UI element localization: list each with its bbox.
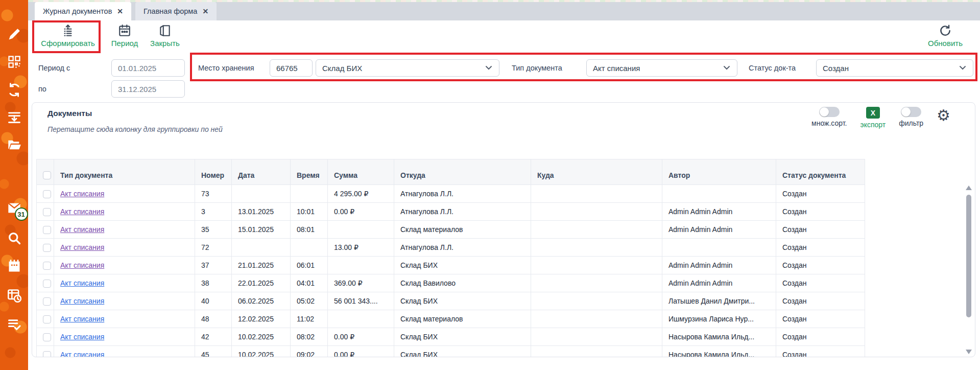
row-checkbox[interactable] — [43, 244, 51, 252]
close-view-button[interactable]: Закрыть — [148, 24, 182, 48]
table-row: Акт списания 42 10.02.2025 08:02 0.00 ₽ … — [37, 328, 865, 346]
status-value: Создан — [823, 64, 849, 73]
row-checkbox[interactable] — [43, 226, 51, 234]
scrollbar-thumb[interactable] — [966, 195, 971, 317]
calendar-icon — [118, 24, 131, 37]
row-checkbox[interactable] — [43, 280, 51, 288]
tab-bar: Журнал документов ✕ Главная форма ✕ — [28, 2, 980, 20]
multisort-toggle[interactable] — [819, 107, 840, 117]
search-icon[interactable] — [7, 230, 22, 246]
doc-link[interactable]: Акт списания — [60, 297, 104, 305]
cell-to — [531, 292, 662, 310]
export-label: экспорт — [861, 121, 886, 129]
cell-time — [291, 185, 328, 203]
period-button-label: Период — [111, 39, 138, 48]
generate-button[interactable]: Сформировать — [37, 24, 99, 48]
refresh-button-label: Обновить — [928, 39, 963, 48]
tab-main-form[interactable]: Главная форма ✕ — [135, 2, 217, 20]
cell-to — [531, 239, 662, 257]
col-date[interactable]: Дата — [232, 159, 291, 185]
cell-to — [531, 221, 662, 239]
filter-toggle[interactable] — [901, 107, 921, 117]
col-time[interactable]: Время — [291, 159, 328, 185]
calendar-icon[interactable] — [7, 259, 22, 274]
doc-link[interactable]: Акт списания — [60, 190, 104, 198]
refresh-button[interactable]: Обновить — [925, 24, 965, 48]
cell-status: Создан — [776, 203, 865, 221]
row-checkbox[interactable] — [43, 297, 51, 306]
cell-date: 12.02.2025 — [232, 310, 291, 328]
group-drop-zone[interactable]: Перетащите сюда колонку для группировки … — [47, 125, 223, 133]
cell-date: 10.02.2025 — [232, 346, 291, 358]
cell-from: Атнагулова Л.Л. — [394, 185, 531, 203]
cell-status: Создан — [776, 310, 865, 328]
doc-link[interactable]: Акт списания — [60, 333, 104, 341]
table-row: Акт списания 40 06.02.2025 05:02 56 001 … — [37, 292, 865, 310]
cell-time-selected[interactable]: 08:02 — [291, 328, 328, 346]
row-checkbox[interactable] — [43, 351, 51, 357]
cell-to — [531, 203, 662, 221]
doc-link[interactable]: Акт списания — [60, 243, 104, 251]
col-from[interactable]: Откуда — [394, 159, 531, 185]
status-dropdown[interactable]: Создан — [816, 59, 973, 77]
col-status[interactable]: Статус документа — [776, 159, 865, 185]
storage-dropdown[interactable]: Склад БИХ — [316, 59, 499, 77]
table-row: Акт списания 73 4 295.00 ₽ Атнагулова Л.… — [37, 185, 865, 203]
cell-author: Admin Admin Admin — [662, 274, 776, 292]
row-checkbox[interactable] — [43, 333, 51, 341]
close-icon[interactable]: ✕ — [202, 7, 208, 15]
row-checkbox[interactable] — [43, 315, 51, 323]
pencil-icon[interactable] — [7, 27, 22, 42]
col-author[interactable]: Автор — [662, 159, 776, 185]
scroll-up-arrow[interactable] — [966, 186, 972, 190]
cell-status: Создан — [776, 257, 865, 274]
col-number[interactable]: Номер — [195, 159, 232, 185]
gear-icon[interactable]: ⚙ — [937, 108, 950, 123]
cell-to — [531, 310, 662, 328]
status-label: Статус док-та — [749, 64, 796, 72]
col-to[interactable]: Куда — [531, 159, 662, 185]
cell-to — [531, 257, 662, 274]
period-from-input[interactable] — [111, 59, 185, 77]
cell-time: 08:01 — [291, 221, 328, 239]
vertical-scrollbar[interactable] — [965, 186, 972, 354]
checklist-icon[interactable] — [7, 317, 22, 332]
doc-link[interactable]: Акт списания — [60, 207, 104, 216]
print-list-icon[interactable] — [7, 109, 22, 125]
tab-label: Главная форма — [144, 7, 197, 15]
filter-label: фильтр — [899, 119, 923, 127]
close-icon[interactable]: ✕ — [117, 7, 123, 15]
cell-number: 42 — [195, 328, 232, 346]
doc-link[interactable]: Акт списания — [60, 315, 104, 323]
doc-link[interactable]: Акт списания — [60, 351, 104, 357]
sync-icon[interactable] — [7, 82, 22, 98]
cell-from: Склад БИХ — [394, 328, 531, 346]
doc-link[interactable]: Акт списания — [60, 225, 104, 234]
cell-number: 73 — [195, 185, 232, 203]
doc-type-dropdown[interactable]: Акт списания — [586, 59, 737, 77]
folder-open-icon[interactable] — [7, 137, 22, 152]
cell-status: Создан — [776, 274, 865, 292]
mail-icon[interactable]: 31 — [7, 200, 22, 216]
doc-link[interactable]: Акт списания — [60, 261, 104, 269]
doc-link[interactable]: Акт списания — [60, 279, 104, 287]
cell-time: 06:01 — [291, 257, 328, 274]
col-sum[interactable]: Сумма — [328, 159, 394, 185]
cell-time — [291, 239, 328, 257]
row-checkbox[interactable] — [43, 190, 51, 198]
period-button[interactable]: Период — [109, 24, 140, 48]
row-checkbox[interactable] — [43, 208, 51, 216]
period-to-input[interactable] — [111, 80, 185, 98]
cell-status: Создан — [776, 185, 865, 203]
select-all-checkbox[interactable] — [43, 171, 51, 179]
period-from-label: Период с — [38, 64, 70, 72]
col-type[interactable]: Тип документа — [54, 159, 195, 185]
storage-code-input[interactable] — [270, 59, 313, 77]
cell-to — [531, 328, 662, 346]
tab-document-journal[interactable]: Журнал документов ✕ — [35, 2, 131, 20]
row-checkbox[interactable] — [43, 262, 51, 270]
scroll-down-arrow[interactable] — [966, 350, 972, 354]
qr-code-icon[interactable] — [7, 54, 22, 70]
excel-export-icon[interactable]: X — [866, 107, 880, 119]
report-clock-icon[interactable] — [7, 288, 22, 303]
